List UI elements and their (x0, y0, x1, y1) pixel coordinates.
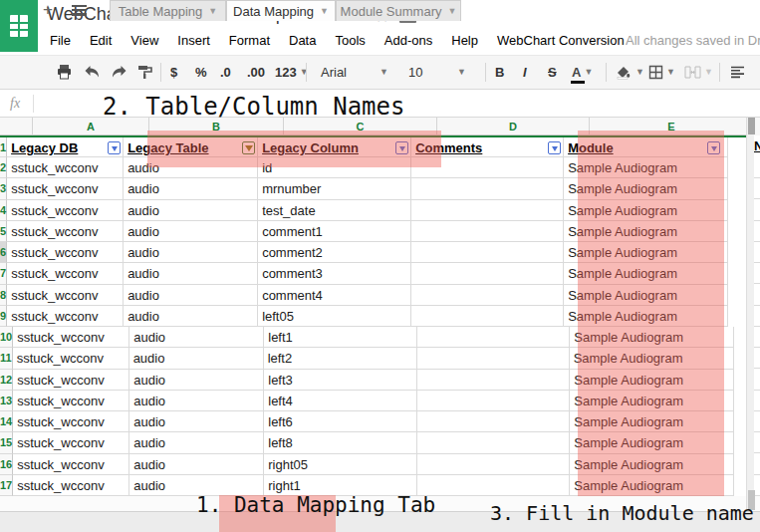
add-sheet-button[interactable]: + (38, 0, 58, 21)
cell-legacy-column[interactable]: comment3 (258, 263, 411, 284)
cell-legacy-table[interactable]: audio (124, 306, 258, 327)
vertical-scrollbar-thumb[interactable] (748, 118, 755, 134)
row-header[interactable]: 12 (0, 370, 13, 391)
cell-comments[interactable] (411, 221, 564, 242)
cell-comments[interactable] (411, 200, 564, 221)
cell-legacy-db[interactable]: sstuck_wcconv (13, 432, 129, 453)
italic-button[interactable]: I (523, 60, 527, 84)
cell-legacy-db[interactable]: sstuck_wcconv (7, 157, 124, 178)
cell-legacy-table[interactable]: audio (129, 411, 264, 432)
menu-view[interactable]: View (127, 31, 161, 50)
row-header[interactable]: 14 (0, 411, 13, 432)
decrease-decimal-button[interactable]: .0 (220, 60, 231, 84)
cell-legacy-column[interactable]: left2 (264, 348, 417, 369)
cell-legacy-table[interactable]: audio (129, 370, 264, 391)
cell-comments[interactable] (417, 475, 570, 496)
row-header[interactable]: 5 (0, 221, 7, 242)
currency-format-button[interactable]: $ (170, 60, 177, 84)
row-header[interactable]: 3 (0, 178, 7, 199)
cell-legacy-table[interactable]: audio (129, 432, 264, 453)
row-header-1[interactable]: 1 (0, 137, 7, 157)
fill-color-button[interactable]: ▼ (615, 60, 644, 84)
tab-table-mapping[interactable]: Table Mapping▼ (110, 0, 226, 21)
font-size-select[interactable]: 10▼ (402, 61, 472, 83)
cell-legacy-column[interactable]: right05 (264, 454, 417, 475)
undo-button[interactable] (84, 60, 101, 84)
cell-legacy-column[interactable]: left4 (264, 391, 417, 411)
cell-comments[interactable] (411, 242, 564, 263)
cell-comments[interactable] (411, 263, 564, 284)
cell-comments[interactable] (417, 348, 570, 369)
row-header[interactable]: 4 (0, 200, 7, 221)
percent-format-button[interactable]: % (195, 60, 207, 84)
cell-legacy-table[interactable]: audio (124, 200, 258, 221)
row-header[interactable]: 15 (0, 432, 13, 453)
row-header[interactable]: 11 (0, 348, 13, 369)
cell-legacy-table[interactable]: audio (124, 242, 258, 263)
text-color-button[interactable]: A▼ (572, 60, 593, 84)
cell-legacy-column[interactable]: comment1 (258, 221, 411, 242)
print-button[interactable] (56, 60, 73, 84)
redo-button[interactable] (111, 60, 127, 84)
cell-legacy-db[interactable]: sstuck_wcconv (13, 327, 129, 348)
cell-legacy-table[interactable]: audio (129, 327, 264, 348)
row-header[interactable]: 6 (0, 242, 7, 263)
menu-file[interactable]: File (47, 31, 74, 50)
menu-insert[interactable]: Insert (174, 31, 213, 50)
cell-legacy-table[interactable]: audio (124, 221, 258, 242)
borders-button[interactable]: ▼ (648, 60, 675, 84)
cell-legacy-table[interactable]: audio (124, 285, 258, 306)
cell-legacy-column[interactable]: mrnumber (258, 178, 411, 199)
cell-legacy-column[interactable]: test_date (258, 200, 411, 221)
vertical-scrollbar[interactable] (746, 118, 754, 510)
column-header-d[interactable]: D (437, 118, 590, 135)
cell-legacy-db[interactable]: sstuck_wcconv (7, 200, 124, 221)
more-formats-button[interactable]: 123▼ (275, 60, 309, 84)
menu-webchart-conversion[interactable]: WebChart Conversion (494, 31, 628, 50)
cell-legacy-table[interactable]: audio (124, 178, 258, 199)
cell-comments[interactable] (417, 391, 570, 411)
cell-comments[interactable] (411, 306, 564, 327)
align-left-button[interactable] (730, 60, 745, 84)
tab-module-summary[interactable]: Module Summary▼ (336, 0, 461, 21)
cell-legacy-column[interactable]: comment2 (258, 242, 411, 263)
cell-legacy-table[interactable]: audio (129, 348, 264, 369)
increase-decimal-button[interactable]: .00 (247, 60, 265, 84)
filter-dropdown-icon[interactable] (548, 141, 561, 154)
strikethrough-button[interactable]: S (548, 60, 557, 84)
cell-comments[interactable] (417, 411, 570, 432)
cell-legacy-db[interactable]: sstuck_wcconv (13, 411, 129, 432)
cell-legacy-db[interactable]: sstuck_wcconv (13, 454, 129, 475)
cell-legacy-db[interactable]: sstuck_wcconv (13, 475, 129, 496)
filter-dropdown-icon[interactable] (108, 141, 121, 154)
row-header[interactable]: 13 (0, 391, 13, 411)
row-header[interactable]: 16 (0, 454, 13, 475)
cell-comments[interactable] (417, 370, 570, 391)
cell-legacy-column[interactable]: left3 (264, 370, 417, 391)
row-header[interactable]: 2 (0, 157, 7, 178)
menu-tools[interactable]: Tools (332, 31, 368, 50)
corner-cell[interactable] (0, 118, 33, 135)
cell-legacy-table[interactable]: audio (129, 391, 264, 411)
cell-legacy-db[interactable]: sstuck_wcconv (7, 263, 124, 284)
cell-comments[interactable] (411, 178, 564, 199)
cell-legacy-db[interactable]: sstuck_wcconv (13, 348, 129, 369)
font-family-select[interactable]: Arial▼ (315, 61, 394, 83)
cell-comments[interactable] (417, 327, 570, 348)
cell-comments[interactable] (411, 285, 564, 306)
cell-legacy-db-header[interactable]: Legacy DB (7, 137, 124, 157)
cell-legacy-column[interactable]: left05 (258, 306, 411, 327)
cell-legacy-db[interactable]: sstuck_wcconv (13, 370, 129, 391)
paint-format-button[interactable] (137, 60, 153, 84)
menu-addons[interactable]: Add-ons (381, 31, 435, 50)
tab-data-mapping[interactable]: Data Mapping▼ (226, 0, 336, 21)
menu-help[interactable]: Help (448, 31, 481, 50)
bold-button[interactable]: B (495, 60, 504, 84)
merge-cells-button[interactable]: ▼ (684, 60, 713, 84)
row-header[interactable]: 7 (0, 263, 7, 284)
cell-legacy-db[interactable]: sstuck_wcconv (7, 306, 124, 327)
row-header[interactable]: 10 (0, 327, 13, 348)
menu-edit[interactable]: Edit (87, 31, 115, 50)
row-header[interactable]: 9 (0, 306, 7, 327)
cell-legacy-column[interactable]: comment4 (258, 285, 411, 306)
